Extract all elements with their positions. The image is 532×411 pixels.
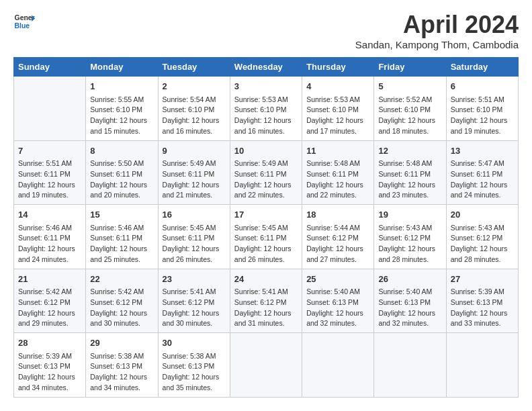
calendar-cell: 2Sunrise: 5:54 AMSunset: 6:10 PMDaylight… [158, 77, 230, 141]
header-wednesday: Wednesday [230, 58, 302, 77]
calendar-week-row: 21Sunrise: 5:42 AMSunset: 6:12 PMDayligh… [14, 269, 519, 333]
calendar-cell: 7Sunrise: 5:51 AMSunset: 6:11 PMDaylight… [14, 140, 86, 205]
calendar-cell: 10Sunrise: 5:49 AMSunset: 6:11 PMDayligh… [230, 140, 302, 205]
day-info: Sunrise: 5:43 AMSunset: 6:12 PMDaylight:… [378, 223, 441, 265]
calendar-cell: 20Sunrise: 5:43 AMSunset: 6:12 PMDayligh… [446, 205, 518, 269]
month-title: April 2024 [355, 11, 519, 39]
calendar-week-row: 28Sunrise: 5:39 AMSunset: 6:13 PMDayligh… [14, 333, 519, 398]
calendar-cell: 5Sunrise: 5:52 AMSunset: 6:10 PMDaylight… [374, 77, 446, 141]
day-info: Sunrise: 5:46 AMSunset: 6:11 PMDaylight:… [90, 223, 153, 265]
location-subtitle: Sandan, Kampong Thom, Cambodia [355, 39, 519, 50]
day-info: Sunrise: 5:39 AMSunset: 6:13 PMDaylight:… [18, 351, 81, 394]
day-number: 9 [163, 144, 226, 158]
day-info: Sunrise: 5:40 AMSunset: 6:13 PMDaylight:… [378, 287, 441, 329]
calendar-cell: 18Sunrise: 5:44 AMSunset: 6:12 PMDayligh… [302, 205, 374, 269]
day-number: 11 [306, 144, 369, 158]
day-number: 18 [306, 208, 369, 222]
calendar-cell: 15Sunrise: 5:46 AMSunset: 6:11 PMDayligh… [86, 205, 158, 269]
calendar-week-row: 14Sunrise: 5:46 AMSunset: 6:11 PMDayligh… [14, 205, 519, 269]
calendar-cell: 13Sunrise: 5:47 AMSunset: 6:11 PMDayligh… [446, 140, 518, 205]
day-info: Sunrise: 5:55 AMSunset: 6:10 PMDaylight:… [90, 95, 153, 137]
day-number: 2 [163, 80, 226, 93]
page-header: General Blue April 2024 Sandan, Kampong … [13, 11, 519, 50]
day-info: Sunrise: 5:51 AMSunset: 6:11 PMDaylight:… [18, 158, 81, 201]
logo-icon: General Blue [13, 11, 35, 32]
calendar-cell: 26Sunrise: 5:40 AMSunset: 6:13 PMDayligh… [374, 269, 446, 333]
day-number: 27 [451, 273, 514, 286]
day-info: Sunrise: 5:39 AMSunset: 6:13 PMDaylight:… [451, 287, 514, 329]
day-number: 15 [90, 208, 153, 222]
day-info: Sunrise: 5:48 AMSunset: 6:11 PMDaylight:… [378, 158, 441, 201]
day-info: Sunrise: 5:41 AMSunset: 6:12 PMDaylight:… [234, 287, 298, 329]
day-info: Sunrise: 5:49 AMSunset: 6:11 PMDaylight:… [234, 158, 298, 201]
calendar-cell [230, 333, 302, 398]
header-tuesday: Tuesday [158, 58, 230, 77]
calendar-cell: 14Sunrise: 5:46 AMSunset: 6:11 PMDayligh… [14, 205, 86, 269]
calendar-cell: 25Sunrise: 5:40 AMSunset: 6:13 PMDayligh… [302, 269, 374, 333]
day-info: Sunrise: 5:38 AMSunset: 6:13 PMDaylight:… [163, 351, 226, 394]
logo: General Blue [13, 11, 35, 32]
calendar-cell: 4Sunrise: 5:53 AMSunset: 6:10 PMDaylight… [302, 77, 374, 141]
calendar-cell: 27Sunrise: 5:39 AMSunset: 6:13 PMDayligh… [446, 269, 518, 333]
day-info: Sunrise: 5:38 AMSunset: 6:13 PMDaylight:… [90, 351, 153, 394]
day-number: 5 [378, 80, 441, 93]
day-number: 4 [306, 80, 369, 93]
day-info: Sunrise: 5:44 AMSunset: 6:12 PMDaylight:… [306, 223, 369, 265]
calendar-cell: 6Sunrise: 5:51 AMSunset: 6:10 PMDaylight… [446, 77, 518, 141]
day-info: Sunrise: 5:51 AMSunset: 6:10 PMDaylight:… [451, 95, 514, 137]
day-number: 13 [451, 144, 514, 158]
header-monday: Monday [86, 58, 158, 77]
day-number: 19 [378, 208, 441, 222]
day-number: 8 [90, 144, 153, 158]
header-saturday: Saturday [446, 58, 518, 77]
calendar-cell: 24Sunrise: 5:41 AMSunset: 6:12 PMDayligh… [230, 269, 302, 333]
calendar-cell: 8Sunrise: 5:50 AMSunset: 6:11 PMDaylight… [86, 140, 158, 205]
day-number: 25 [306, 273, 369, 286]
day-number: 7 [18, 144, 81, 158]
header-thursday: Thursday [302, 58, 374, 77]
day-info: Sunrise: 5:53 AMSunset: 6:10 PMDaylight:… [234, 95, 298, 137]
calendar-cell [14, 77, 86, 141]
day-info: Sunrise: 5:42 AMSunset: 6:12 PMDaylight:… [18, 287, 81, 329]
calendar-cell: 21Sunrise: 5:42 AMSunset: 6:12 PMDayligh… [14, 269, 86, 333]
calendar-cell [374, 333, 446, 398]
day-number: 28 [18, 336, 81, 350]
calendar-header-row: SundayMondayTuesdayWednesdayThursdayFrid… [14, 58, 519, 77]
day-number: 1 [90, 80, 153, 93]
day-number: 12 [378, 144, 441, 158]
calendar-cell: 16Sunrise: 5:45 AMSunset: 6:11 PMDayligh… [158, 205, 230, 269]
day-info: Sunrise: 5:52 AMSunset: 6:10 PMDaylight:… [378, 95, 441, 137]
calendar-cell: 3Sunrise: 5:53 AMSunset: 6:10 PMDaylight… [230, 77, 302, 141]
header-friday: Friday [374, 58, 446, 77]
day-number: 24 [234, 273, 298, 286]
day-info: Sunrise: 5:45 AMSunset: 6:11 PMDaylight:… [163, 223, 226, 265]
day-number: 20 [451, 208, 514, 222]
day-number: 23 [163, 273, 226, 286]
calendar-cell: 9Sunrise: 5:49 AMSunset: 6:11 PMDaylight… [158, 140, 230, 205]
calendar-cell [446, 333, 518, 398]
day-number: 3 [234, 80, 298, 93]
day-info: Sunrise: 5:40 AMSunset: 6:13 PMDaylight:… [306, 287, 369, 329]
day-info: Sunrise: 5:46 AMSunset: 6:11 PMDaylight:… [18, 223, 81, 265]
day-number: 16 [163, 208, 226, 222]
calendar-week-row: 1Sunrise: 5:55 AMSunset: 6:10 PMDaylight… [14, 77, 519, 141]
calendar-table: SundayMondayTuesdayWednesdayThursdayFrid… [13, 57, 519, 398]
title-area: April 2024 Sandan, Kampong Thom, Cambodi… [355, 11, 519, 50]
day-info: Sunrise: 5:41 AMSunset: 6:12 PMDaylight:… [163, 287, 226, 329]
calendar-cell: 19Sunrise: 5:43 AMSunset: 6:12 PMDayligh… [374, 205, 446, 269]
calendar-cell [302, 333, 374, 398]
calendar-cell: 29Sunrise: 5:38 AMSunset: 6:13 PMDayligh… [86, 333, 158, 398]
day-info: Sunrise: 5:53 AMSunset: 6:10 PMDaylight:… [306, 95, 369, 137]
calendar-cell: 11Sunrise: 5:48 AMSunset: 6:11 PMDayligh… [302, 140, 374, 205]
day-number: 29 [90, 336, 153, 350]
day-info: Sunrise: 5:50 AMSunset: 6:11 PMDaylight:… [90, 158, 153, 201]
calendar-cell: 30Sunrise: 5:38 AMSunset: 6:13 PMDayligh… [158, 333, 230, 398]
day-number: 17 [234, 208, 298, 222]
day-number: 21 [18, 273, 81, 286]
calendar-cell: 22Sunrise: 5:42 AMSunset: 6:12 PMDayligh… [86, 269, 158, 333]
svg-text:Blue: Blue [15, 22, 30, 30]
day-info: Sunrise: 5:43 AMSunset: 6:12 PMDaylight:… [451, 223, 514, 265]
day-info: Sunrise: 5:48 AMSunset: 6:11 PMDaylight:… [306, 158, 369, 201]
day-number: 10 [234, 144, 298, 158]
calendar-cell: 23Sunrise: 5:41 AMSunset: 6:12 PMDayligh… [158, 269, 230, 333]
